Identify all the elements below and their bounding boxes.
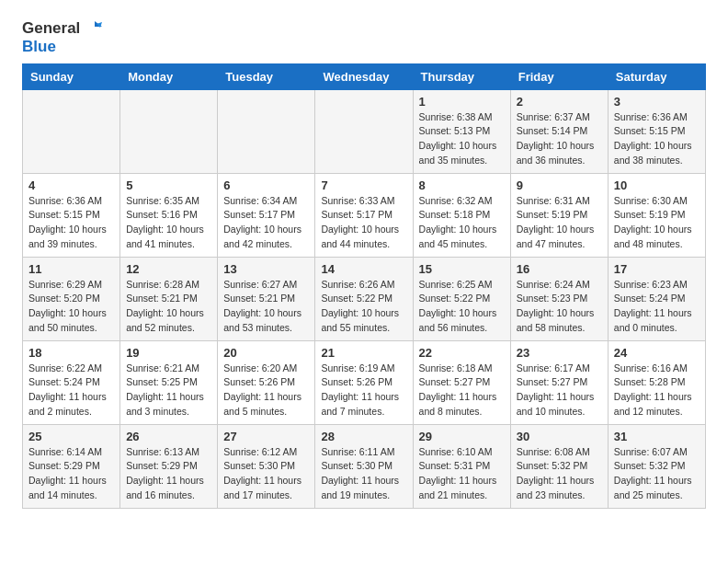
day-number: 31 bbox=[614, 430, 700, 443]
day-number: 25 bbox=[28, 430, 114, 443]
calendar-cell: 19Sunrise: 6:21 AM Sunset: 5:25 PM Dayli… bbox=[120, 340, 218, 424]
day-info: Sunrise: 6:34 AM Sunset: 5:17 PM Dayligh… bbox=[223, 194, 309, 252]
day-number: 19 bbox=[126, 346, 211, 360]
day-info: Sunrise: 6:33 AM Sunset: 5:17 PM Dayligh… bbox=[321, 194, 406, 252]
day-info: Sunrise: 6:12 AM Sunset: 5:30 PM Dayligh… bbox=[223, 445, 309, 503]
calendar-cell: 28Sunrise: 6:11 AM Sunset: 5:30 PM Dayli… bbox=[315, 424, 413, 508]
calendar-cell: 12Sunrise: 6:28 AM Sunset: 5:21 PM Dayli… bbox=[120, 257, 218, 340]
day-number: 16 bbox=[517, 262, 602, 276]
day-number: 8 bbox=[419, 178, 505, 192]
day-number: 22 bbox=[419, 346, 505, 360]
week-row-5: 25Sunrise: 6:14 AM Sunset: 5:29 PM Dayli… bbox=[23, 424, 706, 508]
day-info: Sunrise: 6:38 AM Sunset: 5:13 PM Dayligh… bbox=[419, 110, 505, 168]
calendar-cell: 8Sunrise: 6:32 AM Sunset: 5:18 PM Daylig… bbox=[413, 173, 510, 257]
calendar-header: SundayMondayTuesdayWednesdayThursdayFrid… bbox=[23, 63, 706, 89]
calendar-cell: 26Sunrise: 6:13 AM Sunset: 5:29 PM Dayli… bbox=[120, 424, 218, 508]
day-info: Sunrise: 6:30 AM Sunset: 5:19 PM Dayligh… bbox=[614, 194, 700, 252]
week-row-2: 4Sunrise: 6:36 AM Sunset: 5:15 PM Daylig… bbox=[23, 173, 706, 257]
header: General Blue bbox=[22, 18, 706, 56]
day-info: Sunrise: 6:37 AM Sunset: 5:14 PM Dayligh… bbox=[517, 110, 602, 168]
weekday-wednesday: Wednesday bbox=[315, 63, 413, 89]
calendar-cell: 25Sunrise: 6:14 AM Sunset: 5:29 PM Dayli… bbox=[23, 424, 120, 508]
day-info: Sunrise: 6:26 AM Sunset: 5:22 PM Dayligh… bbox=[321, 278, 406, 336]
day-number: 27 bbox=[223, 430, 309, 443]
day-info: Sunrise: 6:08 AM Sunset: 5:32 PM Dayligh… bbox=[517, 445, 602, 503]
day-number: 3 bbox=[614, 95, 700, 109]
day-number: 1 bbox=[419, 95, 505, 109]
day-number: 13 bbox=[223, 262, 309, 276]
day-number: 15 bbox=[419, 262, 505, 276]
day-info: Sunrise: 6:32 AM Sunset: 5:18 PM Dayligh… bbox=[419, 194, 505, 252]
day-info: Sunrise: 6:07 AM Sunset: 5:32 PM Dayligh… bbox=[614, 445, 700, 503]
week-row-4: 18Sunrise: 6:22 AM Sunset: 5:24 PM Dayli… bbox=[23, 340, 706, 424]
day-info: Sunrise: 6:23 AM Sunset: 5:24 PM Dayligh… bbox=[614, 278, 700, 336]
day-number: 4 bbox=[28, 178, 114, 192]
weekday-saturday: Saturday bbox=[608, 63, 705, 89]
calendar-cell: 1Sunrise: 6:38 AM Sunset: 5:13 PM Daylig… bbox=[413, 89, 510, 173]
day-info: Sunrise: 6:36 AM Sunset: 5:15 PM Dayligh… bbox=[614, 110, 700, 168]
day-number: 30 bbox=[517, 430, 602, 443]
calendar-cell bbox=[120, 89, 218, 173]
day-info: Sunrise: 6:35 AM Sunset: 5:16 PM Dayligh… bbox=[126, 194, 211, 252]
calendar: SundayMondayTuesdayWednesdayThursdayFrid… bbox=[22, 63, 706, 509]
calendar-cell: 2Sunrise: 6:37 AM Sunset: 5:14 PM Daylig… bbox=[510, 89, 608, 173]
weekday-tuesday: Tuesday bbox=[218, 63, 315, 89]
day-info: Sunrise: 6:17 AM Sunset: 5:27 PM Dayligh… bbox=[517, 362, 602, 419]
calendar-cell bbox=[315, 89, 413, 173]
calendar-cell: 31Sunrise: 6:07 AM Sunset: 5:32 PM Dayli… bbox=[608, 424, 705, 508]
day-number: 12 bbox=[126, 262, 211, 276]
weekday-sunday: Sunday bbox=[23, 63, 120, 89]
day-number: 26 bbox=[126, 430, 211, 443]
day-number: 28 bbox=[321, 430, 406, 443]
calendar-cell: 11Sunrise: 6:29 AM Sunset: 5:20 PM Dayli… bbox=[23, 257, 120, 340]
day-info: Sunrise: 6:13 AM Sunset: 5:29 PM Dayligh… bbox=[126, 445, 211, 503]
calendar-cell: 4Sunrise: 6:36 AM Sunset: 5:15 PM Daylig… bbox=[23, 173, 120, 257]
calendar-cell: 6Sunrise: 6:34 AM Sunset: 5:17 PM Daylig… bbox=[218, 173, 315, 257]
calendar-cell: 16Sunrise: 6:24 AM Sunset: 5:23 PM Dayli… bbox=[510, 257, 608, 340]
calendar-cell: 22Sunrise: 6:18 AM Sunset: 5:27 PM Dayli… bbox=[413, 340, 510, 424]
day-number: 2 bbox=[517, 95, 602, 109]
day-info: Sunrise: 6:22 AM Sunset: 5:24 PM Dayligh… bbox=[28, 362, 114, 419]
calendar-cell: 20Sunrise: 6:20 AM Sunset: 5:26 PM Dayli… bbox=[218, 340, 315, 424]
day-number: 18 bbox=[28, 346, 114, 360]
calendar-cell: 17Sunrise: 6:23 AM Sunset: 5:24 PM Dayli… bbox=[608, 257, 705, 340]
day-number: 10 bbox=[614, 178, 700, 192]
day-number: 5 bbox=[126, 178, 211, 192]
day-info: Sunrise: 6:11 AM Sunset: 5:30 PM Dayligh… bbox=[321, 445, 406, 503]
day-info: Sunrise: 6:19 AM Sunset: 5:26 PM Dayligh… bbox=[321, 362, 406, 419]
calendar-cell bbox=[23, 89, 120, 173]
calendar-cell: 30Sunrise: 6:08 AM Sunset: 5:32 PM Dayli… bbox=[510, 424, 608, 508]
day-info: Sunrise: 6:21 AM Sunset: 5:25 PM Dayligh… bbox=[126, 362, 211, 419]
calendar-cell: 7Sunrise: 6:33 AM Sunset: 5:17 PM Daylig… bbox=[315, 173, 413, 257]
day-number: 24 bbox=[614, 346, 700, 360]
calendar-cell: 21Sunrise: 6:19 AM Sunset: 5:26 PM Dayli… bbox=[315, 340, 413, 424]
day-info: Sunrise: 6:10 AM Sunset: 5:31 PM Dayligh… bbox=[419, 445, 505, 503]
day-number: 11 bbox=[28, 262, 114, 276]
calendar-cell: 24Sunrise: 6:16 AM Sunset: 5:28 PM Dayli… bbox=[608, 340, 705, 424]
day-info: Sunrise: 6:28 AM Sunset: 5:21 PM Dayligh… bbox=[126, 278, 211, 336]
calendar-cell bbox=[218, 89, 315, 173]
calendar-cell: 29Sunrise: 6:10 AM Sunset: 5:31 PM Dayli… bbox=[413, 424, 510, 508]
calendar-cell: 10Sunrise: 6:30 AM Sunset: 5:19 PM Dayli… bbox=[608, 173, 705, 257]
day-info: Sunrise: 6:29 AM Sunset: 5:20 PM Dayligh… bbox=[28, 278, 114, 336]
day-number: 23 bbox=[517, 346, 602, 360]
weekday-friday: Friday bbox=[510, 63, 608, 89]
calendar-cell: 23Sunrise: 6:17 AM Sunset: 5:27 PM Dayli… bbox=[510, 340, 608, 424]
logo-bird-icon bbox=[82, 18, 102, 39]
day-info: Sunrise: 6:24 AM Sunset: 5:23 PM Dayligh… bbox=[517, 278, 602, 336]
calendar-cell: 5Sunrise: 6:35 AM Sunset: 5:16 PM Daylig… bbox=[120, 173, 218, 257]
day-number: 21 bbox=[321, 346, 406, 360]
day-number: 7 bbox=[321, 178, 406, 192]
weekday-monday: Monday bbox=[120, 63, 218, 89]
day-info: Sunrise: 6:31 AM Sunset: 5:19 PM Dayligh… bbox=[517, 194, 602, 252]
day-number: 9 bbox=[517, 178, 602, 192]
day-info: Sunrise: 6:27 AM Sunset: 5:21 PM Dayligh… bbox=[223, 278, 309, 336]
day-info: Sunrise: 6:14 AM Sunset: 5:29 PM Dayligh… bbox=[28, 445, 114, 503]
day-info: Sunrise: 6:36 AM Sunset: 5:15 PM Dayligh… bbox=[28, 194, 114, 252]
weekday-thursday: Thursday bbox=[413, 63, 510, 89]
calendar-cell: 14Sunrise: 6:26 AM Sunset: 5:22 PM Dayli… bbox=[315, 257, 413, 340]
calendar-cell: 3Sunrise: 6:36 AM Sunset: 5:15 PM Daylig… bbox=[608, 89, 705, 173]
day-info: Sunrise: 6:18 AM Sunset: 5:27 PM Dayligh… bbox=[419, 362, 505, 419]
day-number: 14 bbox=[321, 262, 406, 276]
day-info: Sunrise: 6:20 AM Sunset: 5:26 PM Dayligh… bbox=[223, 362, 309, 419]
